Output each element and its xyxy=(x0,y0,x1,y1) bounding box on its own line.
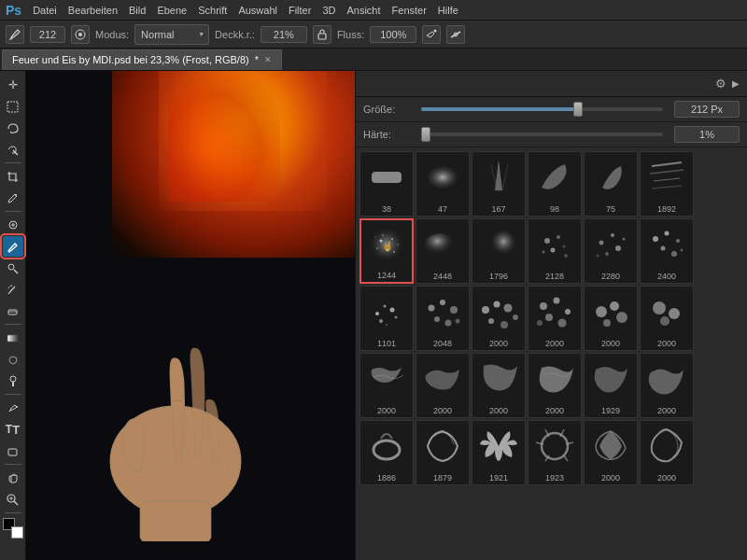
brush-cell-16[interactable]: 2000 xyxy=(584,286,638,351)
brush-tool-icon[interactable] xyxy=(6,25,24,44)
clone-stamp-tool[interactable] xyxy=(3,258,23,278)
brush-cell-1[interactable]: 47 xyxy=(416,151,470,217)
tab-close-button[interactable]: ✕ xyxy=(264,55,272,64)
brush-cell-5[interactable]: 1892 xyxy=(640,151,694,217)
eraser-tool[interactable] xyxy=(3,301,23,321)
mode-dropdown[interactable]: Normal xyxy=(134,24,209,45)
brush-cell-6[interactable]: ☝ 1244 xyxy=(359,218,414,284)
menu-item-ebene[interactable]: Ebene xyxy=(157,5,187,16)
brush-cell-12[interactable]: 1101 xyxy=(359,286,414,351)
brush-size-icon[interactable] xyxy=(71,25,90,44)
brush-cell-25[interactable]: 1879 xyxy=(416,420,470,485)
brush-cell-17[interactable]: 2000 xyxy=(640,286,694,351)
menu-item-ansicht[interactable]: Ansicht xyxy=(346,5,380,16)
flow-label: Fluss: xyxy=(337,29,364,40)
airbrush-icon[interactable] xyxy=(422,25,441,44)
hardness-slider-track[interactable] xyxy=(421,133,663,136)
brush-cell-4[interactable]: 75 xyxy=(584,151,638,217)
size-slider-thumb[interactable] xyxy=(573,102,583,117)
brush-cell-3[interactable]: 98 xyxy=(528,151,582,217)
zoom-tool[interactable] xyxy=(3,489,23,510)
opacity-value[interactable]: 21% xyxy=(261,26,307,43)
svg-point-67 xyxy=(504,304,513,313)
brush-cell-19[interactable]: 2000 xyxy=(416,353,470,418)
brush-cell-26[interactable]: 1921 xyxy=(472,420,526,485)
history-brush-tool[interactable] xyxy=(3,279,23,300)
brush-thumb-29 xyxy=(641,421,693,471)
menu-item-schrift[interactable]: Schrift xyxy=(198,5,227,16)
svg-point-79 xyxy=(616,312,627,323)
brush-cell-24[interactable]: 1886 xyxy=(359,420,414,485)
brush-cell-29[interactable]: 2000 xyxy=(640,420,694,485)
brush-cell-21[interactable]: 2000 xyxy=(528,353,582,418)
text-tool[interactable]: T xyxy=(3,419,23,440)
menu-item-bearbeiten[interactable]: Bearbeiten xyxy=(68,5,118,16)
hardness-input[interactable]: 1% xyxy=(674,126,740,143)
pen-tool[interactable] xyxy=(3,398,23,418)
crop-tool[interactable] xyxy=(3,166,23,187)
svg-point-55 xyxy=(390,308,395,313)
document-tab[interactable]: Feuer und Eis by MDI.psd bei 23,3% (Fros… xyxy=(2,49,282,70)
menu-item-auswahl[interactable]: Auswahl xyxy=(238,5,277,16)
eyedropper-tool[interactable] xyxy=(3,188,23,208)
brush-cell-15[interactable]: 2000 xyxy=(528,286,582,351)
gradient-tool[interactable] xyxy=(3,328,23,348)
brush-size-display[interactable]: 212 xyxy=(30,26,65,43)
canvas-background xyxy=(26,71,355,560)
svg-point-27 xyxy=(376,247,378,249)
panel-gear-icon[interactable]: ⚙ xyxy=(715,77,726,91)
opacity-lock-icon[interactable] xyxy=(313,25,331,44)
quick-select-tool[interactable] xyxy=(3,139,23,160)
size-input[interactable]: 212 Px xyxy=(674,101,740,118)
dodge-tool[interactable] xyxy=(3,371,23,391)
spot-heal-tool[interactable] xyxy=(3,215,23,235)
shape-tool[interactable] xyxy=(3,441,23,461)
brush-cell-28[interactable]: 2000 xyxy=(584,420,638,485)
brush-cell-23[interactable]: 2000 xyxy=(640,353,694,418)
opacity-label: Deckk.r.: xyxy=(215,29,255,40)
brush-cell-14[interactable]: 2000 xyxy=(472,286,526,351)
panel-extra-icon[interactable]: ▶ xyxy=(732,78,740,89)
hand-tool[interactable] xyxy=(3,468,23,488)
select-rect-tool[interactable] xyxy=(3,96,23,117)
svg-point-25 xyxy=(391,238,393,240)
menu-item-hilfe[interactable]: Hilfe xyxy=(438,5,458,16)
blur-tool[interactable] xyxy=(3,349,23,370)
menu-item-bild[interactable]: Bild xyxy=(129,5,146,16)
brush-cell-8[interactable]: 1796 xyxy=(472,218,526,284)
brush-cell-0[interactable]: 38 xyxy=(359,151,414,217)
svg-point-43 xyxy=(615,245,621,251)
brush-cell-2[interactable]: 167 xyxy=(472,151,526,217)
brush-cell-9[interactable]: 2128 xyxy=(528,218,582,284)
svg-point-81 xyxy=(653,301,666,315)
svg-point-64 xyxy=(456,319,460,324)
flow-value[interactable]: 100% xyxy=(370,26,416,43)
canvas-area xyxy=(26,71,355,560)
brush-cell-22[interactable]: 1929 xyxy=(584,353,638,418)
brush-cell-7[interactable]: 2448 xyxy=(416,218,470,284)
brush-label-16: 2000 xyxy=(585,337,637,350)
hardness-slider-thumb[interactable] xyxy=(421,127,430,142)
brush-label-14: 2000 xyxy=(472,337,525,350)
brush-thumb-20 xyxy=(472,354,525,404)
move-tool[interactable] xyxy=(3,75,23,95)
svg-point-46 xyxy=(597,255,599,258)
brush-cell-18[interactable]: 2000 xyxy=(359,353,414,418)
menu-item-3d[interactable]: 3D xyxy=(322,5,335,16)
svg-point-30 xyxy=(397,244,399,245)
brush-cell-11[interactable]: 2400 xyxy=(640,218,694,284)
menu-item-filter[interactable]: Filter xyxy=(289,5,311,16)
size-slider-track[interactable] xyxy=(421,107,663,111)
pen-pressure-icon[interactable] xyxy=(446,25,465,44)
brush-cell-27[interactable]: 1923 xyxy=(528,420,582,485)
brush-cell-20[interactable]: 2000 xyxy=(472,353,526,418)
fg-bg-colors[interactable] xyxy=(3,518,23,539)
brush-row-3: 2000 2000 2000 xyxy=(359,353,743,418)
lasso-tool[interactable] xyxy=(3,118,23,138)
brush-tool[interactable] xyxy=(3,236,23,257)
brush-cell-13[interactable]: 2048 xyxy=(416,286,470,351)
brush-cell-10[interactable]: 2280 xyxy=(584,218,638,284)
svg-point-36 xyxy=(557,235,560,239)
menu-item-fenster[interactable]: Fenster xyxy=(392,5,427,16)
menu-item-datei[interactable]: Datei xyxy=(33,5,57,16)
